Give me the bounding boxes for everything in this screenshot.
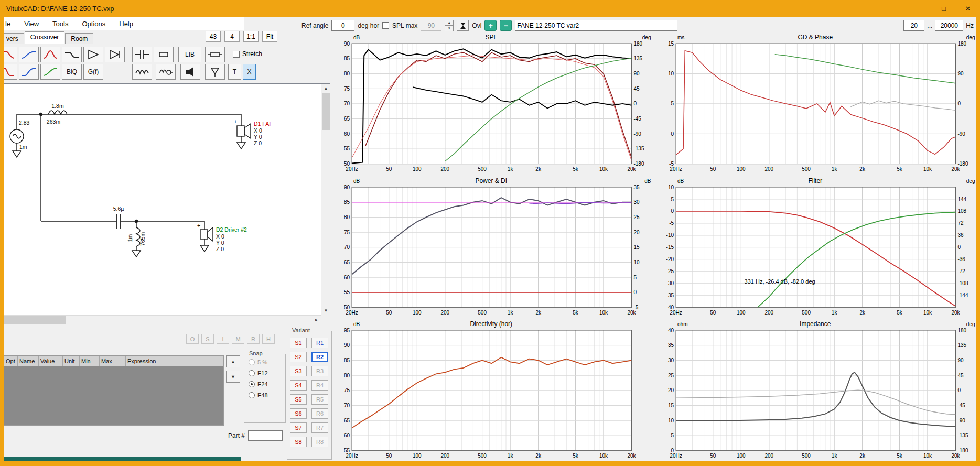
col-button-h[interactable]: H bbox=[262, 334, 275, 344]
chart-gd-phase[interactable]: 151050-5180900-90-18020Hz501002005001k2k… bbox=[654, 32, 977, 175]
variant-s6-button[interactable]: S6 bbox=[290, 408, 307, 419]
scroll-down-icon[interactable]: ▼ bbox=[321, 306, 330, 315]
spl-max-checkbox[interactable] bbox=[382, 22, 389, 29]
col-button-m[interactable]: M bbox=[232, 334, 244, 344]
schematic-area[interactable]: 2.83 1m 1.8m 263m 5.6µ 1m 765m + + D1 FA… bbox=[4, 83, 330, 324]
chart-filter[interactable]: 1050-5-10-15-20-25-30-35-4014410872360-3… bbox=[654, 176, 977, 318]
inductor-button[interactable] bbox=[132, 64, 152, 80]
lowpass-filter-button[interactable] bbox=[4, 47, 17, 62]
impedance-chart[interactable]: 403530252015105018013590450-45-90-135-18… bbox=[654, 319, 977, 461]
variant-s4-button[interactable]: S4 bbox=[290, 380, 307, 391]
biquad-button[interactable]: BiQ bbox=[62, 64, 82, 80]
schematic-canvas[interactable]: 2.83 1m 1.8m 263m 5.6µ 1m 765m + + D1 FA… bbox=[4, 84, 321, 315]
chart-impedance[interactable]: 403530252015105018013590450-45-90-135-18… bbox=[654, 319, 977, 461]
highpass2-filter-button[interactable] bbox=[19, 64, 39, 80]
variant-r5-button[interactable]: R5 bbox=[311, 394, 328, 405]
variant-r2-button[interactable]: R2 bbox=[311, 352, 328, 362]
overlay-remove-button[interactable]: − bbox=[500, 20, 512, 31]
snap-option-e24[interactable]: E24 bbox=[249, 381, 285, 387]
radio-icon[interactable] bbox=[249, 370, 255, 376]
snap-option-e12[interactable]: E12 bbox=[249, 370, 285, 376]
menu-tools[interactable]: Tools bbox=[46, 20, 75, 28]
snap-option-e48[interactable]: E48 bbox=[249, 392, 285, 398]
chart-directivity[interactable]: 95908580757065605520Hz501002005001k2k5k1… bbox=[330, 319, 653, 461]
delete-tool-button[interactable]: X bbox=[243, 64, 256, 80]
parts-table-body[interactable] bbox=[4, 366, 224, 426]
series-resistor-button[interactable] bbox=[205, 47, 225, 62]
schematic-vscroll[interactable]: ▲ ▼ bbox=[321, 84, 330, 315]
move-up-button[interactable]: ▲ bbox=[226, 355, 240, 367]
variant-s7-button[interactable]: S7 bbox=[290, 422, 307, 433]
tab-room[interactable]: Room bbox=[65, 33, 93, 44]
menu-options[interactable]: Options bbox=[75, 20, 112, 28]
stretch-checkbox[interactable] bbox=[233, 51, 240, 58]
shelf-filter-button[interactable] bbox=[62, 47, 82, 62]
variant-name-input[interactable] bbox=[515, 20, 677, 31]
autoscale-button[interactable] bbox=[457, 20, 469, 31]
scroll-up-icon[interactable]: ▲ bbox=[321, 84, 330, 93]
schematic-hscroll[interactable]: ► bbox=[4, 315, 321, 324]
highpass-filter-button[interactable] bbox=[19, 47, 39, 62]
parts-table[interactable]: Opt Name Value Unit Min Max Expression bbox=[4, 355, 224, 426]
amplifier-button[interactable] bbox=[83, 47, 103, 62]
text-tool-button[interactable]: T bbox=[228, 64, 241, 80]
variant-r6-button[interactable]: R6 bbox=[311, 408, 328, 419]
col-button-s[interactable]: S bbox=[201, 334, 214, 344]
col-min[interactable]: Min bbox=[80, 356, 100, 366]
variant-r7-button[interactable]: R7 bbox=[311, 422, 328, 433]
variant-r3-button[interactable]: R3 bbox=[311, 366, 328, 376]
close-icon[interactable]: ✕ bbox=[956, 0, 980, 17]
lowpass2-filter-button[interactable] bbox=[4, 64, 17, 80]
spin-up-icon[interactable]: ▲ bbox=[445, 20, 454, 26]
chart-spl[interactable]: 90858075706560555018013590450-45-90-135-… bbox=[330, 32, 653, 175]
power-di-chart[interactable]: 90858075706560555035302520151050-520Hz50… bbox=[330, 176, 653, 318]
menu-help[interactable]: Help bbox=[112, 20, 140, 28]
spl-chart[interactable]: 90858075706560555018013590450-45-90-135-… bbox=[330, 32, 653, 175]
variant-r4-button[interactable]: R4 bbox=[311, 380, 328, 391]
maximize-icon[interactable]: □ bbox=[932, 0, 956, 17]
freq-min-input[interactable] bbox=[903, 20, 924, 31]
menu-file[interactable]: le bbox=[4, 20, 17, 28]
zoom-fit-button[interactable]: Fit bbox=[262, 31, 277, 42]
variant-s3-button[interactable]: S3 bbox=[290, 366, 307, 376]
col-button-r[interactable]: R bbox=[247, 334, 260, 344]
radio-icon[interactable] bbox=[249, 392, 255, 398]
transformer-button[interactable] bbox=[156, 64, 176, 80]
menu-view[interactable]: View bbox=[17, 20, 46, 28]
variant-r1-button[interactable]: R1 bbox=[311, 338, 328, 348]
gd-phase-chart[interactable]: 151050-5180900-90-18020Hz501002005001k2k… bbox=[654, 32, 977, 175]
col-name[interactable]: Name bbox=[18, 356, 39, 366]
part-number-input[interactable] bbox=[248, 430, 283, 441]
col-max[interactable]: Max bbox=[100, 356, 126, 366]
minimize-icon[interactable]: – bbox=[908, 0, 932, 17]
hscroll-thumb[interactable] bbox=[4, 316, 66, 324]
variant-s8-button[interactable]: S8 bbox=[290, 437, 307, 447]
radio-icon[interactable] bbox=[249, 359, 255, 365]
tab-crossover[interactable]: Crossover bbox=[25, 31, 65, 44]
col-button-i[interactable]: I bbox=[217, 334, 229, 344]
variant-r8-button[interactable]: R8 bbox=[311, 437, 328, 447]
filter-chart[interactable]: 1050-5-10-15-20-25-30-35-4014410872360-3… bbox=[654, 176, 977, 318]
titlebar[interactable]: VituixCAD: D:\FANE 12-250 TC.vxp – □ ✕ bbox=[0, 0, 980, 17]
buffer-button[interactable] bbox=[105, 47, 125, 62]
resistor-button[interactable] bbox=[154, 47, 174, 62]
freq-max-input[interactable] bbox=[935, 20, 963, 31]
radio-checked-icon[interactable] bbox=[249, 381, 255, 387]
variant-s1-button[interactable]: S1 bbox=[290, 338, 307, 348]
target-curve-button[interactable] bbox=[40, 64, 60, 80]
peak-filter-button[interactable] bbox=[40, 47, 60, 62]
spl-max-spinner[interactable]: ▲▼ bbox=[445, 20, 454, 31]
col-expression[interactable]: Expression bbox=[126, 356, 223, 366]
col-value[interactable]: Value bbox=[39, 356, 63, 366]
directivity-chart[interactable]: 95908580757065605520Hz501002005001k2k5k1… bbox=[330, 319, 653, 461]
speaker-button[interactable] bbox=[180, 64, 200, 80]
variant-s5-button[interactable]: S5 bbox=[290, 394, 307, 405]
snap-option-5pct[interactable]: 5 % bbox=[249, 359, 285, 365]
scroll-right-icon[interactable]: ► bbox=[312, 316, 321, 324]
tab-drivers[interactable]: vers bbox=[4, 33, 24, 44]
library-button[interactable]: LIB bbox=[178, 47, 201, 62]
overlay-add-button[interactable]: + bbox=[484, 20, 497, 31]
move-down-button[interactable]: ▼ bbox=[226, 371, 240, 383]
col-opt[interactable]: Opt bbox=[4, 356, 18, 366]
col-unit[interactable]: Unit bbox=[63, 356, 80, 366]
